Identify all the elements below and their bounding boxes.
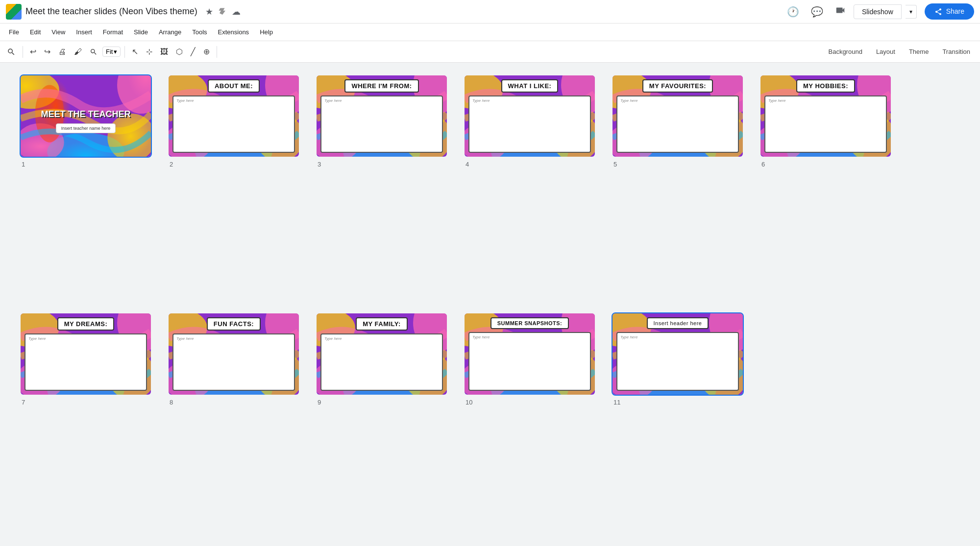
- menu-edit[interactable]: Edit: [25, 26, 46, 38]
- slide10-content: Type here: [468, 332, 591, 391]
- menu-tools[interactable]: Tools: [187, 26, 212, 38]
- shape-tool[interactable]: ⬡: [173, 45, 186, 58]
- slide3-content: Type here: [320, 95, 443, 153]
- slide-number-9: 9: [318, 399, 321, 406]
- slide5-title: MY FAVOURITES:: [642, 79, 713, 93]
- app-icon: [6, 4, 22, 20]
- slide-number-6: 6: [761, 161, 765, 168]
- search-button[interactable]: [4, 46, 19, 58]
- slide-number-5: 5: [613, 161, 617, 168]
- zoom-selector[interactable]: Fit ▾: [102, 47, 121, 57]
- slide-container-4: WHAT I LIKE: Type here 4: [464, 74, 596, 297]
- slide-container-7: MY DREAMS: Type here 7: [20, 312, 152, 535]
- image-tool[interactable]: 🖼: [157, 46, 171, 58]
- slide3-title: WHERE I'M FROM:: [344, 79, 418, 93]
- chat-button[interactable]: 💬: [807, 4, 827, 20]
- slide-number-7: 7: [22, 399, 25, 406]
- menu-file[interactable]: File: [4, 26, 24, 38]
- share-button[interactable]: Share: [925, 3, 974, 20]
- slide-container-1: MEET THE TEACHER Insert teacher name her…: [20, 74, 152, 297]
- line-tool[interactable]: ╱: [188, 45, 198, 58]
- slide-container-3: WHERE I'M FROM: Type here 3: [316, 74, 448, 297]
- slide-number-3: 3: [318, 161, 321, 168]
- title-icons: ★ ☁: [205, 6, 241, 17]
- menu-extensions[interactable]: Extensions: [213, 26, 254, 38]
- slide-thumb-9[interactable]: MY FAMILY: Type here: [316, 312, 448, 396]
- slideshow-dropdown-button[interactable]: ▾: [906, 5, 917, 19]
- toolbar-divider-1: [23, 46, 23, 58]
- menu-slide[interactable]: Slide: [129, 26, 153, 38]
- drive-button[interactable]: [218, 6, 227, 17]
- zoom-button[interactable]: [87, 46, 100, 58]
- star-button[interactable]: ★: [205, 6, 213, 17]
- slide9-title: MY FAMILY:: [356, 317, 408, 331]
- background-button[interactable]: Background: [822, 46, 868, 57]
- menu-insert[interactable]: Insert: [71, 26, 97, 38]
- toolbar: ↩ ↪ 🖨 🖌 Fit ▾ ↖ ⊹ 🖼 ⬡ ╱ ⊕ Background Lay…: [0, 41, 980, 63]
- slide-container-2: ABOUT ME: Type here 2: [168, 74, 300, 297]
- slide-container-11: Insert header here Type here 11: [612, 312, 744, 535]
- slide-thumb-3[interactable]: WHERE I'M FROM: Type here: [316, 74, 448, 158]
- slide-container-10: SUMMER SNAPSHOTS: Type here 10: [464, 312, 596, 535]
- cursor-tool[interactable]: ↖: [129, 45, 141, 58]
- slide-number-11: 11: [613, 399, 620, 406]
- cloud-button[interactable]: ☁: [232, 6, 241, 17]
- slide-thumb-10[interactable]: SUMMER SNAPSHOTS: Type here: [464, 312, 596, 396]
- menu-view[interactable]: View: [47, 26, 70, 38]
- slide-container-6: MY HOBBIES: Type here 6: [760, 74, 892, 297]
- menu-help[interactable]: Help: [255, 26, 278, 38]
- menu-bar: File Edit View Insert Format Slide Arran…: [0, 24, 980, 41]
- theme-button[interactable]: Theme: [903, 46, 934, 57]
- slide-number-1: 1: [22, 161, 25, 168]
- slide-thumb-1[interactable]: MEET THE TEACHER Insert teacher name her…: [20, 74, 152, 158]
- layout-button[interactable]: Layout: [870, 46, 901, 57]
- slides-area: MEET THE TEACHER Insert teacher name her…: [0, 63, 980, 546]
- paint-format-button[interactable]: 🖌: [71, 46, 85, 58]
- doc-title: Meet the teacher slides (Neon Vibes them…: [25, 6, 197, 17]
- slide5-content: Type here: [616, 95, 739, 153]
- slide6-content: Type here: [764, 95, 887, 153]
- slide-thumb-8[interactable]: FUN FACTS: Type here: [168, 312, 300, 396]
- slide-container-5: MY FAVOURITES: Type here 5: [612, 74, 744, 297]
- slide1-main-title: MEET THE TEACHER: [41, 109, 130, 119]
- slide2-content: Type here: [172, 95, 295, 153]
- undo-button[interactable]: ↩: [27, 45, 39, 58]
- slide-thumb-11[interactable]: Insert header here Type here: [612, 312, 744, 396]
- select-tool[interactable]: ⊹: [143, 45, 155, 58]
- slide-thumb-6[interactable]: MY HOBBIES: Type here: [760, 74, 892, 158]
- more-tools[interactable]: ⊕: [200, 45, 213, 58]
- slide-thumb-7[interactable]: MY DREAMS: Type here: [20, 312, 152, 396]
- slide-thumb-4[interactable]: WHAT I LIKE: Type here: [464, 74, 596, 158]
- slide2-title: ABOUT ME:: [208, 79, 260, 93]
- present-button[interactable]: [831, 3, 850, 20]
- slide7-title: MY DREAMS:: [57, 317, 115, 331]
- slide7-content: Type here: [24, 333, 147, 391]
- slide-container-9: MY FAMILY: Type here 9: [316, 312, 448, 535]
- slide-thumb-5[interactable]: MY FAVOURITES: Type here: [612, 74, 744, 158]
- slide9-content: Type here: [320, 333, 443, 391]
- slide8-title: FUN FACTS:: [207, 317, 261, 331]
- history-button[interactable]: 🕐: [783, 4, 803, 20]
- slide1-name-box: Insert teacher name here: [56, 123, 116, 133]
- slide4-title: WHAT I LIKE:: [501, 79, 559, 93]
- slide10-title: SUMMER SNAPSHOTS:: [490, 317, 569, 329]
- slide11-title: Insert header here: [647, 317, 709, 329]
- slide-number-10: 10: [466, 399, 472, 406]
- redo-button[interactable]: ↪: [41, 45, 53, 58]
- slide11-content: Type here: [616, 332, 739, 391]
- toolbar-divider-3: [217, 46, 217, 58]
- transition-button[interactable]: Transition: [936, 46, 976, 57]
- slide-number-8: 8: [170, 399, 173, 406]
- slide8-content: Type here: [172, 333, 295, 391]
- slide-thumb-2[interactable]: ABOUT ME: Type here: [168, 74, 300, 158]
- slide6-title: MY HOBBIES:: [796, 79, 855, 93]
- print-button[interactable]: 🖨: [55, 46, 69, 58]
- slideshow-button[interactable]: Slideshow: [854, 4, 902, 19]
- slide4-content: Type here: [468, 95, 591, 153]
- slide-container-8: FUN FACTS: Type here 8: [168, 312, 300, 535]
- menu-format[interactable]: Format: [98, 26, 128, 38]
- slide-number-4: 4: [466, 161, 469, 168]
- slide-number-2: 2: [170, 161, 173, 168]
- title-bar: Meet the teacher slides (Neon Vibes them…: [0, 0, 980, 24]
- menu-arrange[interactable]: Arrange: [154, 26, 186, 38]
